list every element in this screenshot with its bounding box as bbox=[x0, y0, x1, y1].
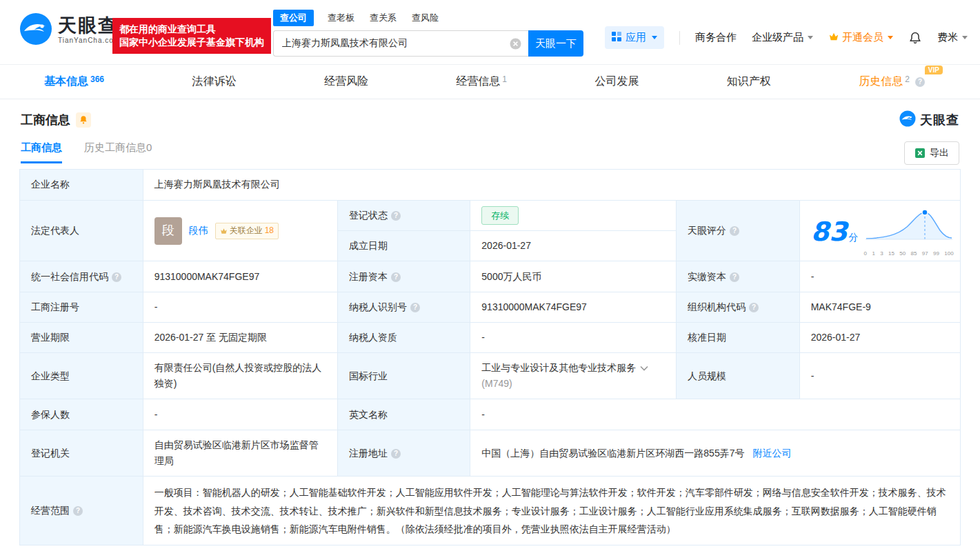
tab-operation-risk-label: 经营风险 bbox=[324, 74, 368, 89]
tab-company-development[interactable]: 公司发展 bbox=[594, 74, 639, 89]
tab-legal-proceedings[interactable]: 法律诉讼 bbox=[192, 74, 236, 89]
field-value-reg-number: - bbox=[143, 292, 337, 323]
search-tab-relation[interactable]: 查关系 bbox=[368, 10, 398, 26]
promo-line1: 都在用的商业查询工具 bbox=[119, 23, 264, 36]
search-button[interactable]: 天眼一下 bbox=[528, 30, 583, 57]
field-value-business-term: 2026-01-27 至 无固定期限 bbox=[143, 323, 337, 353]
user-menu[interactable]: 费米 bbox=[937, 31, 968, 44]
clear-search-icon[interactable] bbox=[510, 38, 521, 50]
table-row: 统一社会信用代码? 91310000MAK74FGE97 注册资本? 5000万… bbox=[20, 261, 961, 292]
subtab-history-business-info[interactable]: 历史工商信息0 bbox=[84, 141, 152, 163]
field-value-org-code: MAK74FGE-9 bbox=[799, 292, 960, 323]
excel-icon bbox=[914, 148, 926, 159]
search-block: 查公司 查老板 查关系 查风险 天眼一下 bbox=[273, 10, 583, 57]
tianyancha-watermark: 天眼查 bbox=[899, 110, 959, 129]
tab-legal-proceedings-label: 法律诉讼 bbox=[192, 74, 236, 89]
chevron-down-icon[interactable] bbox=[640, 365, 648, 371]
promo-line2: 国家中小企业发展子基金旗下机构 bbox=[119, 36, 264, 49]
nav-open-vip[interactable]: 开通会员 bbox=[828, 31, 893, 44]
subtab-business-info[interactable]: 工商信息 bbox=[21, 141, 62, 163]
nearby-companies-link[interactable]: 附近公司 bbox=[752, 448, 791, 459]
tianyancha-logo-icon bbox=[19, 12, 52, 48]
top-header: 天眼查 TianYanCha.com 都在用的商业查询工具 国家中小企业发展子基… bbox=[0, 0, 980, 64]
industry-code: (M749) bbox=[481, 376, 665, 392]
chevron-down-icon bbox=[652, 36, 657, 39]
field-label-text: 注册地址 bbox=[349, 448, 388, 459]
help-icon[interactable]: ? bbox=[749, 303, 759, 312]
nav-enterprise-label: 企业级产品 bbox=[752, 31, 803, 44]
field-label-business-term: 营业期限 bbox=[20, 323, 143, 353]
legal-rep-name-link[interactable]: 段伟 bbox=[189, 223, 208, 239]
field-label-org-code: 组织机构代码? bbox=[677, 292, 800, 323]
field-value-insured-count: - bbox=[143, 399, 337, 430]
field-value-establish-date: 2026-01-27 bbox=[470, 231, 677, 261]
apps-menu-button[interactable]: 应用 bbox=[605, 26, 664, 49]
section-header: 工商信息 天眼查 bbox=[21, 110, 959, 129]
field-value-reg-address: 中国（上海）自由贸易试验区临港新片区环湖西一路855弄7号 附近公司 bbox=[470, 430, 961, 477]
help-icon[interactable]: ? bbox=[112, 272, 121, 282]
help-icon[interactable]: ? bbox=[391, 211, 401, 221]
export-button[interactable]: 导出 bbox=[904, 141, 959, 165]
field-label-reg-authority: 登记机关 bbox=[20, 430, 143, 477]
help-icon[interactable]: ? bbox=[730, 226, 739, 236]
table-row: 工商注册号 - 纳税人识别号? 91310000MAK74FGE97 组织机构代… bbox=[20, 292, 961, 323]
field-value-staff-size: - bbox=[799, 353, 960, 399]
related-companies-label: 关联企业 bbox=[230, 224, 263, 238]
search-tab-risk[interactable]: 查风险 bbox=[410, 10, 440, 26]
tab-history-info-count: 2 bbox=[905, 74, 910, 84]
search-tab-company[interactable]: 查公司 bbox=[273, 10, 314, 26]
tab-operation-info-count: 1 bbox=[502, 74, 507, 84]
help-icon[interactable]: ? bbox=[730, 272, 739, 282]
subscribe-bell-icon[interactable] bbox=[76, 112, 91, 128]
field-label-reg-number: 工商注册号 bbox=[20, 292, 143, 323]
company-detail-tabs: 基本信息 366 法律诉讼 经营风险 经营信息 1 公司发展 知识产权 VIP … bbox=[0, 64, 980, 99]
field-value-credit-code: 91310000MAK74FGE97 bbox=[143, 261, 337, 292]
related-companies-badge[interactable]: 关联企业 18 bbox=[215, 223, 279, 239]
apps-menu-label: 应用 bbox=[626, 31, 646, 44]
score-axis: 0131550859799100 bbox=[864, 249, 954, 258]
help-icon[interactable]: ? bbox=[391, 272, 401, 282]
tab-operation-risk[interactable]: 经营风险 bbox=[324, 74, 368, 89]
tab-basic-info-label: 基本信息 bbox=[44, 74, 88, 89]
search-tab-boss[interactable]: 查老板 bbox=[326, 10, 356, 26]
field-label-industry: 国标行业 bbox=[338, 353, 470, 399]
tab-history-info[interactable]: VIP 历史信息 2 ? bbox=[859, 74, 925, 89]
field-label-company-type: 企业类型 bbox=[20, 353, 143, 399]
help-icon[interactable]: ? bbox=[391, 449, 401, 459]
field-label-text: 组织机构代码 bbox=[688, 301, 746, 312]
table-row: 企业类型 有限责任公司(自然人投资或控股的法人独资) 国标行业 工业与专业设计及… bbox=[20, 353, 961, 399]
field-label-text: 经营范围 bbox=[31, 505, 70, 516]
legal-rep-avatar[interactable]: 段 bbox=[154, 217, 182, 245]
help-icon[interactable]: ? bbox=[410, 303, 420, 312]
top-navigation: 应用 商务合作 企业级产品 开通会员 费米 bbox=[605, 26, 968, 49]
tianyancha-logo[interactable]: 天眼查 TianYanCha.com bbox=[19, 12, 120, 48]
tab-intellectual-property-label: 知识产权 bbox=[727, 74, 771, 89]
chevron-down-icon bbox=[808, 36, 813, 39]
field-value-english-name: - bbox=[470, 399, 961, 430]
field-label-taxpayer-qualification: 纳税人资质 bbox=[338, 323, 470, 353]
field-label-score: 天眼评分? bbox=[677, 201, 800, 261]
tab-intellectual-property[interactable]: 知识产权 bbox=[727, 74, 771, 89]
tab-basic-info[interactable]: 基本信息 366 bbox=[44, 74, 104, 89]
field-label-paid-capital: 实缴资本? bbox=[677, 261, 800, 292]
help-icon[interactable]: ? bbox=[915, 77, 925, 87]
nav-enterprise-products[interactable]: 企业级产品 bbox=[752, 31, 813, 44]
notification-bell-icon[interactable] bbox=[908, 31, 922, 45]
table-row: 企业名称 上海赛力斯凤凰技术有限公司 bbox=[20, 170, 961, 201]
chevron-down-icon bbox=[888, 36, 893, 39]
vip-badge: VIP bbox=[925, 66, 943, 74]
crown-icon bbox=[828, 32, 839, 43]
field-value-approval-date: 2026-01-27 bbox=[799, 323, 960, 353]
tab-operation-info[interactable]: 经营信息 1 bbox=[456, 74, 507, 89]
table-row: 经营范围? 一般项目：智能机器人的研发；人工智能基础软件开发；人工智能应用软件开… bbox=[20, 477, 961, 545]
search-input[interactable] bbox=[273, 30, 528, 57]
field-value-score[interactable]: 83分 0131550859799100 bbox=[799, 201, 960, 261]
help-icon[interactable]: ? bbox=[73, 506, 83, 516]
search-tabs: 查公司 查老板 查关系 查风险 bbox=[273, 10, 583, 26]
field-label-legal-rep: 法定代表人 bbox=[20, 201, 143, 261]
export-button-label: 导出 bbox=[930, 147, 949, 159]
field-label-text: 注册资本 bbox=[349, 271, 388, 282]
field-value-reg-authority: 自由贸易试验区临港新片区市场监督管理局 bbox=[143, 430, 337, 477]
table-row: 法定代表人 段 段伟 关联企业 18 登记状态? 存续 天眼评分? bbox=[20, 201, 961, 231]
nav-business-cooperation[interactable]: 商务合作 bbox=[695, 31, 737, 44]
